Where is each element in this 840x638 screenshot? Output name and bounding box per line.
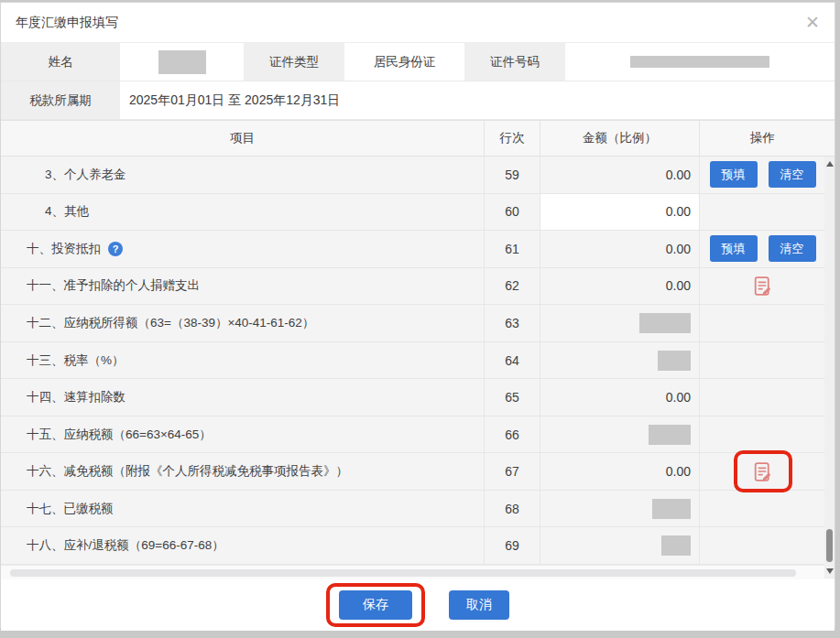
- save-button[interactable]: 保存: [339, 590, 412, 620]
- annual-settlement-dialog: 年度汇缴申报填写 ✕ 姓名 证件类型 居民身份证 证件号码 税款所属期 2025…: [0, 2, 835, 628]
- amount-value: 0.00: [540, 231, 699, 267]
- edit-document-icon[interactable]: [751, 460, 774, 483]
- row-line-number: 69: [484, 527, 540, 564]
- save-highlight-annotation: 保存: [326, 583, 425, 627]
- row-line-number: 68: [484, 491, 540, 527]
- row-actions: [699, 268, 825, 305]
- scroll-down-icon[interactable]: [826, 568, 834, 574]
- cert-type-value: 居民身份证: [344, 43, 464, 81]
- identity-info-row: 姓名 证件类型 居民身份证 证件号码: [1, 43, 835, 81]
- row-line-number: 61: [484, 231, 540, 267]
- row-line-number: 63: [484, 305, 540, 341]
- table-row: 十二、应纳税所得额（63=（38-39）×40-41-61-62）63: [1, 305, 835, 342]
- row-line-number: 64: [484, 342, 540, 379]
- edit-document-icon[interactable]: [751, 275, 774, 297]
- amount-input[interactable]: 0.00: [540, 194, 699, 231]
- redacted-amount: [658, 351, 691, 371]
- row-actions: [699, 453, 825, 490]
- tax-period-row: 税款所属期 2025年01月01日 至 2025年12月31日: [1, 81, 835, 120]
- table-header-row: 项目 行次 金额（比例） 操作: [1, 121, 835, 157]
- clear-button[interactable]: 清空: [769, 235, 816, 262]
- redacted-amount: [639, 313, 691, 333]
- table-row: 十八、应补/退税额（69=66-67-68）69: [1, 527, 835, 565]
- amount-value: 0.00: [540, 453, 699, 490]
- tax-period-label: 税款所属期: [1, 81, 120, 119]
- table-body: 3、个人养老金590.00预填清空4、其他600.00十、投资抵扣?610.00…: [1, 157, 835, 565]
- row-line-number: 59: [484, 157, 540, 193]
- header-line: 行次: [484, 121, 540, 156]
- horizontal-scrollbar[interactable]: [1, 565, 835, 579]
- row-item-label: 十三、税率（%）: [27, 352, 125, 369]
- row-item-label: 十八、应补/退税额（69=66-67-68）: [27, 537, 224, 554]
- row-line-number: 67: [484, 453, 540, 490]
- table-row: 十五、应纳税额（66=63×64-65）66: [1, 416, 835, 454]
- amount-value: [540, 416, 699, 453]
- cert-type-label: 证件类型: [244, 43, 344, 81]
- amount-value: [540, 491, 699, 527]
- row-item-label: 十二、应纳税所得额（63=（38-39）×40-41-61-62）: [27, 315, 314, 331]
- row-item-label: 十五、应纳税额（66=63×64-65）: [27, 427, 212, 443]
- name-label: 姓名: [1, 43, 120, 81]
- close-icon[interactable]: ✕: [805, 14, 820, 31]
- cert-no-value-cell: [565, 43, 835, 81]
- table-row: 十七、已缴税额68: [1, 491, 835, 528]
- scroll-up-icon[interactable]: [826, 161, 834, 167]
- redacted-amount: [661, 535, 691, 556]
- row-actions: [699, 527, 825, 564]
- declaration-table: 项目 行次 金额（比例） 操作 3、个人养老金590.00预填清空4、其他600…: [1, 120, 835, 579]
- row-actions: [699, 491, 825, 527]
- row-item-label: 十四、速算扣除数: [27, 389, 125, 406]
- row-item-label: 3、个人养老金: [45, 167, 126, 183]
- table-row: 3、个人养老金590.00预填清空: [1, 157, 835, 194]
- redacted-amount: [652, 499, 691, 519]
- dialog-title: 年度汇缴申报填写: [16, 15, 118, 31]
- clear-button[interactable]: 清空: [769, 161, 816, 188]
- row-line-number: 62: [484, 268, 540, 305]
- vertical-scrollbar[interactable]: [824, 157, 835, 579]
- cancel-button[interactable]: 取消: [449, 590, 509, 620]
- row-actions: 预填清空: [699, 157, 825, 193]
- row-item-label: 十、投资抵扣: [27, 241, 101, 257]
- cert-no-label: 证件号码: [464, 43, 565, 81]
- name-value-redacted: [158, 50, 206, 74]
- row-actions: 预填清空: [699, 231, 825, 267]
- horizontal-scrollbar-thumb[interactable]: [10, 569, 796, 577]
- row-actions: [699, 379, 825, 416]
- name-value-cell: [120, 43, 244, 81]
- table-row: 十一、准予扣除的个人捐赠支出620.00: [1, 268, 835, 306]
- vertical-scrollbar-thumb[interactable]: [826, 529, 833, 562]
- table-row: 4、其他600.00: [1, 194, 835, 232]
- header-item: 项目: [1, 121, 484, 156]
- tax-period-value: 2025年01月01日 至 2025年12月31日: [120, 81, 835, 119]
- help-icon[interactable]: ?: [108, 242, 123, 256]
- header-amount: 金额（比例）: [540, 121, 699, 156]
- row-line-number: 60: [484, 194, 540, 231]
- row-item-label: 十一、准予扣除的个人捐赠支出: [27, 277, 200, 294]
- dialog-footer: 保存 取消: [1, 579, 835, 631]
- row-line-number: 65: [484, 379, 540, 416]
- dialog-titlebar: 年度汇缴申报填写 ✕: [1, 3, 835, 43]
- table-row: 十、投资抵扣?610.00预填清空: [1, 231, 835, 268]
- cert-no-value-redacted: [630, 56, 769, 68]
- row-actions: [699, 194, 825, 231]
- row-actions: [699, 342, 825, 379]
- redacted-amount: [649, 425, 691, 445]
- amount-value: 0.00: [540, 157, 699, 193]
- amount-value: 0.00: [540, 379, 699, 416]
- row-item-label: 十七、已缴税额: [27, 501, 114, 517]
- row-item-label: 十六、减免税额（附报《个人所得税减免税事项报告表》）: [27, 463, 348, 480]
- table-row: 十六、减免税额（附报《个人所得税减免税事项报告表》）670.00: [1, 453, 835, 491]
- amount-value: [540, 342, 699, 379]
- row-actions: [699, 416, 825, 453]
- header-action: 操作: [699, 121, 825, 156]
- prefill-button[interactable]: 预填: [710, 161, 758, 188]
- row-actions: [699, 305, 825, 341]
- prefill-button[interactable]: 预填: [710, 235, 758, 262]
- table-row: 十四、速算扣除数650.00: [1, 379, 835, 416]
- amount-value: [540, 527, 699, 564]
- amount-value: 0.00: [540, 268, 699, 305]
- row-item-label: 4、其他: [45, 203, 89, 220]
- table-row: 十三、税率（%）64: [1, 342, 835, 380]
- amount-value: [540, 305, 699, 341]
- row-line-number: 66: [484, 416, 540, 453]
